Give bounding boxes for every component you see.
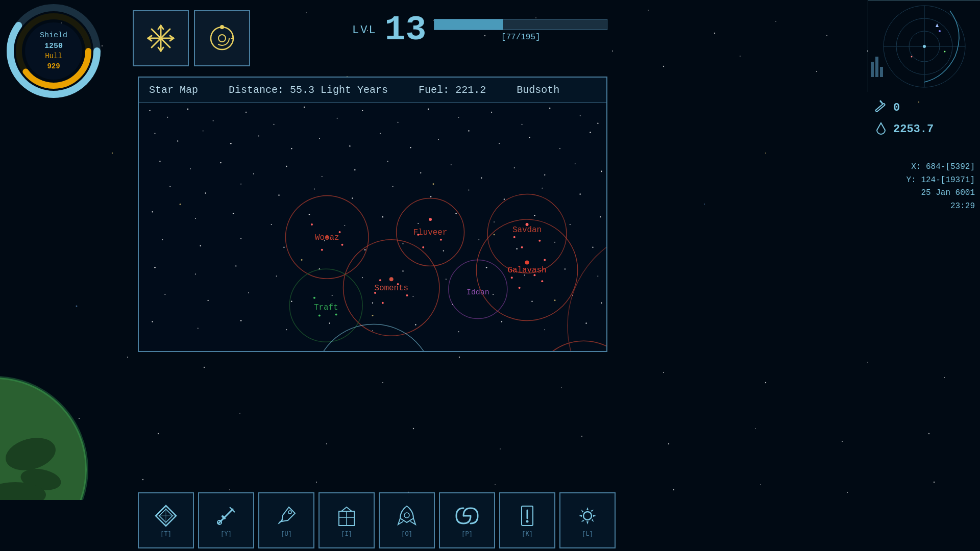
svg-point-312 (583, 512, 592, 520)
svg-point-212 (291, 301, 292, 303)
svg-point-96 (944, 51, 946, 53)
svg-point-136 (349, 145, 351, 147)
planet-display (0, 367, 102, 500)
svg-point-84 (218, 35, 226, 42)
svg-point-144 (590, 132, 591, 133)
xp-bar-background (434, 19, 607, 30)
svg-point-224 (286, 329, 287, 330)
svg-point-180 (455, 213, 456, 214)
key-hint-p: [P] (461, 531, 473, 538)
toolbar-btn-relations[interactable]: [P] (439, 492, 495, 548)
svg-point-23 (816, 71, 817, 72)
toolbar-btn-travel[interactable]: [O] (379, 492, 435, 548)
svg-point-228 (458, 331, 459, 332)
svg-point-21 (663, 66, 664, 67)
svg-point-146 (190, 168, 191, 169)
xp-bar-fill (434, 19, 503, 30)
svg-point-243 (321, 249, 323, 251)
svg-point-307 (404, 513, 409, 518)
svg-point-235 (554, 299, 556, 301)
toolbar-btn-skills[interactable]: [U] (258, 492, 314, 548)
sword-icon (213, 503, 239, 529)
svg-point-261 (541, 280, 543, 282)
svg-point-173 (195, 218, 196, 219)
svg-point-187 (240, 238, 241, 239)
svg-point-12 (648, 10, 649, 11)
svg-text:Savdan: Savdan (512, 226, 542, 235)
shield-label: Shield (40, 30, 67, 41)
svg-point-223 (240, 320, 242, 321)
svg-point-61 (765, 153, 766, 154)
svg-point-153 (420, 172, 421, 173)
svg-point-169 (504, 198, 505, 199)
svg-point-39 (326, 443, 327, 444)
weapon-icon (873, 99, 889, 116)
svg-point-125 (522, 124, 523, 125)
svg-point-192 (443, 250, 444, 251)
svg-point-220 (601, 302, 602, 304)
svg-point-129 (155, 133, 156, 134)
svg-point-205 (486, 267, 487, 268)
ability-button-2[interactable] (194, 10, 250, 66)
ability-button-1[interactable] (133, 10, 189, 66)
svg-point-222 (198, 328, 199, 329)
svg-point-6 (306, 12, 307, 13)
svg-point-210 (207, 300, 208, 301)
toolbar-btn-inventory[interactable]: [T] (138, 492, 194, 548)
svg-point-43 (668, 443, 669, 444)
key-hint-i: [I] (341, 531, 352, 538)
star-map-location: Budsoth (517, 84, 559, 96)
svg-point-57 (934, 482, 935, 483)
toolbar-btn-weapon[interactable]: [Y] (198, 492, 254, 548)
svg-point-277 (313, 297, 315, 299)
svg-text:Traft: Traft (314, 303, 338, 312)
svg-point-45 (842, 441, 843, 442)
svg-point-93 (923, 45, 926, 48)
svg-point-199 (235, 265, 236, 266)
svg-point-241 (311, 223, 313, 226)
coord-x: X: 684-[5392] (906, 161, 975, 174)
svg-point-44 (755, 428, 756, 429)
svg-point-178 (382, 216, 384, 218)
weapon-stat: 0 (873, 99, 975, 116)
xp-bar-container: [77/195] (434, 19, 607, 42)
svg-point-264 (544, 259, 546, 261)
svg-point-267 (389, 277, 394, 281)
svg-point-131 (203, 131, 204, 132)
level-value: 13 (385, 13, 427, 47)
svg-point-226 (372, 330, 373, 331)
star-map-panel[interactable]: Star Map Distance: 55.3 Light Years Fuel… (138, 77, 607, 352)
svg-point-174 (233, 213, 234, 214)
svg-point-202 (362, 277, 363, 278)
svg-point-181 (494, 221, 495, 222)
svg-point-113 (167, 117, 168, 118)
svg-point-302 (288, 511, 291, 514)
svg-point-256 (521, 246, 523, 248)
svg-point-150 (322, 176, 323, 177)
svg-point-242 (339, 231, 341, 233)
toolbar-btn-settings[interactable]: [L] (559, 492, 616, 548)
svg-point-41 (500, 448, 501, 449)
toolbar-btn-cargo[interactable]: [I] (318, 492, 375, 548)
toolbar-btn-missions[interactable]: [K] (499, 492, 555, 548)
key-hint-o: [O] (401, 531, 412, 538)
svg-point-15 (826, 35, 827, 36)
coord-x-label: X: (911, 162, 921, 171)
svg-point-253 (526, 223, 529, 226)
svg-point-40 (413, 428, 414, 429)
svg-point-259 (525, 260, 529, 264)
svg-point-124 (491, 112, 492, 113)
svg-point-34 (867, 362, 868, 363)
svg-text:Iddan: Iddan (467, 288, 489, 296)
svg-point-157 (544, 174, 545, 176)
coord-y-label: Y: (906, 176, 916, 185)
star-map-canvas[interactable]: Wooaz Fluveer Savdan Galavash (139, 103, 606, 351)
svg-point-218 (531, 301, 532, 302)
svg-point-148 (253, 173, 254, 174)
key-hint-y: [Y] (220, 531, 232, 538)
game-date: 25 Jan 6001 (906, 187, 975, 200)
svg-point-50 (316, 482, 317, 483)
svg-point-138 (410, 147, 411, 148)
star-map-title: Star Map (149, 84, 198, 96)
svg-point-145 (159, 161, 160, 162)
